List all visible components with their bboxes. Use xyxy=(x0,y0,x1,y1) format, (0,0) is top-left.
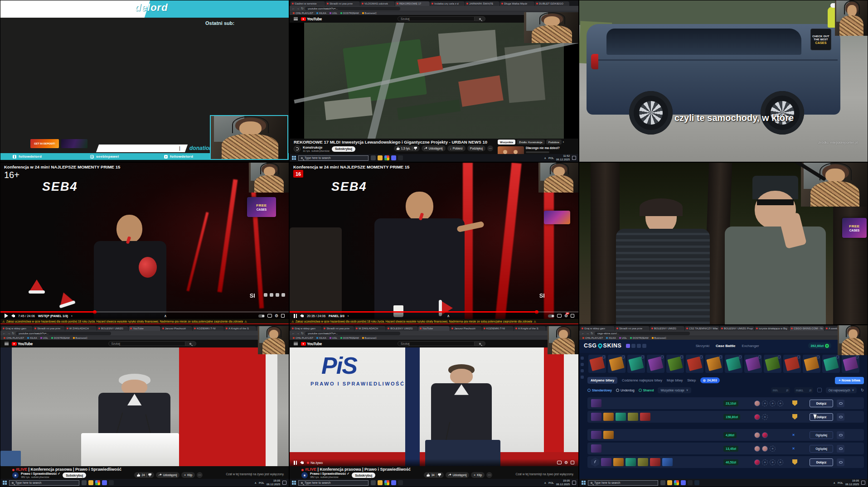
more-button[interactable]: ⋯ xyxy=(487,145,493,151)
case-card[interactable] xyxy=(627,355,645,373)
like-icon[interactable] xyxy=(264,293,267,297)
filter-checkbox[interactable] xyxy=(817,388,822,392)
notification-icon[interactable] xyxy=(572,481,576,485)
explorer-icon[interactable] xyxy=(667,480,672,485)
wallet-balance[interactable]: 392,60zł+ xyxy=(808,342,831,349)
fullscreen-icon[interactable] xyxy=(281,314,285,318)
task-view-icon[interactable] xyxy=(660,480,665,485)
open-slot[interactable]: + xyxy=(762,459,768,465)
bookmark[interactable]: CHIL PLAYLIST xyxy=(293,337,313,339)
bookmark[interactable]: BusinessC xyxy=(73,337,87,339)
browser-tab[interactable]: Janusz Piechociń xyxy=(450,326,481,331)
share-button[interactable]: Udostępnij xyxy=(422,145,446,151)
csgoskins-logo[interactable]: CSGSKINS xyxy=(584,342,621,349)
chrome-icon[interactable] xyxy=(674,480,679,485)
volume-icon[interactable] xyxy=(11,314,15,318)
notification-icon[interactable] xyxy=(572,156,576,160)
watch-button[interactable] xyxy=(837,431,844,439)
case-card[interactable] xyxy=(822,355,840,373)
menu-icon[interactable] xyxy=(5,342,9,345)
browser-tab[interactable]: Graj w sklep gam xyxy=(1,326,33,331)
reload-icon[interactable]: ↻ xyxy=(301,7,304,10)
sort-dropdown[interactable]: Od najnowszych∨ xyxy=(826,387,857,393)
browser-tab[interactable]: A Knight of the S xyxy=(514,326,545,331)
tray-expand-icon[interactable]: ∧ xyxy=(255,481,257,484)
expand-caret-icon[interactable]: ∧ xyxy=(164,314,167,318)
chapter-chevron-icon[interactable]: › xyxy=(71,314,73,318)
watch-button[interactable] xyxy=(837,445,844,453)
volume-icon[interactable] xyxy=(300,461,304,464)
browser-tab[interactable]: turysta działająca w Big S xyxy=(755,326,789,331)
browser-tab[interactable]: W ZAKŁADACH xyxy=(65,326,97,331)
back-icon[interactable]: ← xyxy=(582,332,585,335)
start-button[interactable] xyxy=(582,481,586,485)
subscribe-button[interactable]: Subskrybuj xyxy=(352,473,375,478)
add-funds-icon[interactable]: + xyxy=(825,344,829,348)
type-dropdown[interactable]: Wszystkie rodzaje∨ xyxy=(658,387,691,393)
menu-icon[interactable] xyxy=(294,342,298,345)
discord-icon[interactable] xyxy=(102,480,107,485)
back-icon[interactable]: ← xyxy=(3,332,6,335)
open-slot[interactable]: + xyxy=(762,400,768,406)
clip-button[interactable]: ×Klip xyxy=(181,472,195,478)
task-view-icon[interactable] xyxy=(371,480,376,485)
start-button[interactable] xyxy=(292,156,296,160)
chip-related[interactable]: Podobne xyxy=(546,140,562,145)
url-field[interactable]: youtube.com/watch?v=... xyxy=(305,332,400,335)
forward-icon[interactable]: → xyxy=(296,332,300,335)
x-icon[interactable] xyxy=(642,344,646,348)
discord-icon[interactable] xyxy=(391,155,396,160)
bookmark[interactable]: UGL xyxy=(619,337,627,339)
share-icon[interactable] xyxy=(276,293,279,297)
like-dislike-pill[interactable]: 1,5 tys. xyxy=(394,145,420,151)
browser-tab[interactable]: Skradli mi psa prze xyxy=(615,326,650,331)
bookmark[interactable]: KILKA xyxy=(606,337,616,339)
browser-tab[interactable]: BOLESNY UMIZG xyxy=(650,326,684,331)
menu-icon[interactable] xyxy=(294,17,298,20)
browser-tab[interactable]: KOZIEMKI.T-NI xyxy=(193,326,224,331)
reload-icon[interactable]: ↻ xyxy=(12,332,15,335)
free-cases-banner[interactable]: FREE CASES xyxy=(842,218,867,238)
browser-tab[interactable]: Skradli mi psa prze xyxy=(322,326,354,331)
youtube-logo[interactable]: YouTube xyxy=(301,17,322,21)
chapter-label[interactable]: WSTĘP (PANEL 1/3) xyxy=(38,314,68,318)
explorer-icon[interactable] xyxy=(378,155,383,160)
promo-banner[interactable] xyxy=(61,139,87,148)
browser-tab[interactable]: DUBLET DZIKIEGO xyxy=(535,1,569,6)
search-input[interactable]: Szukaj xyxy=(398,16,475,21)
open-slot[interactable]: + xyxy=(770,446,776,452)
max-price-input[interactable]: maks.zł xyxy=(794,387,813,393)
bookmark[interactable]: DOSTRZEAM xyxy=(630,337,649,339)
reload-icon[interactable]: ↻ xyxy=(301,332,304,335)
start-button[interactable] xyxy=(292,481,296,485)
subtitles-icon[interactable] xyxy=(557,461,562,464)
volume-icon[interactable] xyxy=(300,314,304,318)
case-card[interactable] xyxy=(803,355,820,373)
mail-icon[interactable] xyxy=(626,344,630,348)
suv-footage[interactable] xyxy=(579,0,868,162)
nav-cases[interactable]: Skrzynki xyxy=(696,344,709,348)
browser-tab[interactable]: KOZIEMKI.T-NI xyxy=(482,326,514,331)
like-dislike-pill[interactable]: 34 xyxy=(424,472,443,478)
chapter-chevron-icon[interactable]: › xyxy=(348,314,349,318)
tray-expand-icon[interactable]: ∧ xyxy=(834,481,835,484)
facebook-icon[interactable] xyxy=(631,344,635,348)
filter-underdog[interactable]: Underdog xyxy=(616,389,635,392)
subscribe-button[interactable]: Subskrybuj xyxy=(332,146,355,152)
more-button[interactable]: ⋯ xyxy=(486,472,492,478)
bookmark[interactable]: UGL xyxy=(40,337,48,339)
notification-icon[interactable] xyxy=(282,481,286,485)
share-button[interactable]: Udostępnij xyxy=(156,472,180,478)
rail-icon[interactable] xyxy=(581,376,584,379)
join-button[interactable]: Dołącz xyxy=(810,400,833,407)
channel-avatar[interactable] xyxy=(294,145,301,152)
rail-icon[interactable] xyxy=(581,369,584,372)
url-field[interactable]: csgo-skins.com/... xyxy=(595,332,690,335)
task-view-icon[interactable] xyxy=(371,155,376,160)
channel-avatar[interactable] xyxy=(12,472,19,478)
search-input[interactable]: Szukaj xyxy=(398,341,475,346)
browser-tab[interactable]: W ZAKŁADACH xyxy=(354,326,386,331)
browser-tab-active[interactable]: CSGO-SKINS.COM - Najlep xyxy=(790,326,824,331)
language-badge[interactable]: POL xyxy=(548,482,554,484)
case-card[interactable] xyxy=(647,355,664,373)
